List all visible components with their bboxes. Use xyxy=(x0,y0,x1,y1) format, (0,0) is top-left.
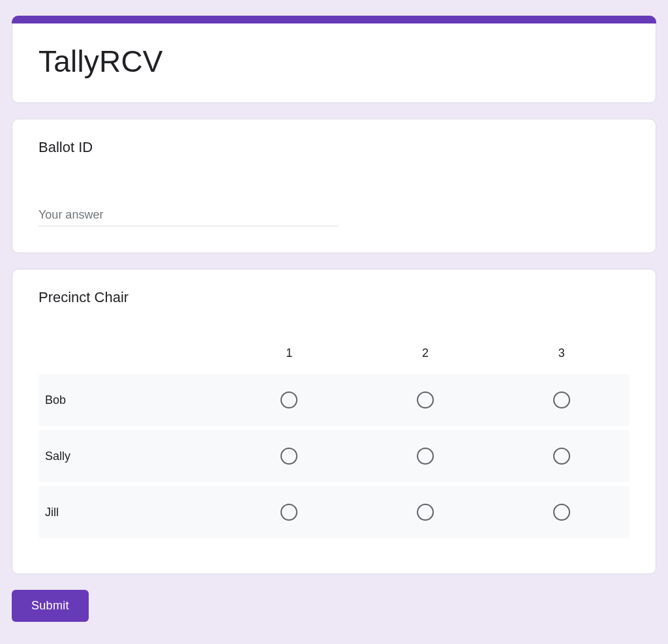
accent-bar xyxy=(12,16,656,23)
table-row: Bob xyxy=(38,374,630,426)
submit-button[interactable]: Submit xyxy=(12,590,89,622)
ballot-id-question: Ballot ID xyxy=(38,139,630,156)
radio-bob-rank2[interactable] xyxy=(417,391,434,408)
candidate-label-jill: Jill xyxy=(38,506,221,519)
radio-sally-rank1[interactable] xyxy=(281,448,297,465)
radio-bob-rank1[interactable] xyxy=(281,391,297,408)
radio-jill-rank2[interactable] xyxy=(417,504,434,521)
table-row: Sally xyxy=(38,430,630,482)
grid-header-row: 1 2 3 xyxy=(38,332,630,374)
candidate-label-bob: Bob xyxy=(38,393,221,407)
ballot-id-input[interactable] xyxy=(38,202,339,226)
rank-column-1: 1 xyxy=(221,346,357,360)
rank-column-3: 3 xyxy=(493,346,630,360)
radio-sally-rank2[interactable] xyxy=(417,448,434,465)
candidate-label-sally: Sally xyxy=(38,450,221,463)
title-card: TallyRCV xyxy=(12,16,656,103)
ballot-id-card: Ballot ID xyxy=(12,119,656,253)
radio-sally-rank3[interactable] xyxy=(553,448,570,465)
table-row: Jill xyxy=(38,486,630,538)
precinct-chair-question: Precinct Chair xyxy=(38,289,630,306)
radio-bob-rank3[interactable] xyxy=(553,391,570,408)
radio-jill-rank3[interactable] xyxy=(553,504,570,521)
rank-column-2: 2 xyxy=(357,346,494,360)
precinct-chair-card: Precinct Chair 1 2 3 Bob Sally Jill xyxy=(12,269,656,574)
radio-jill-rank1[interactable] xyxy=(281,504,297,521)
ranking-grid: 1 2 3 Bob Sally Jill xyxy=(38,332,630,538)
form-title: TallyRCV xyxy=(38,44,630,79)
